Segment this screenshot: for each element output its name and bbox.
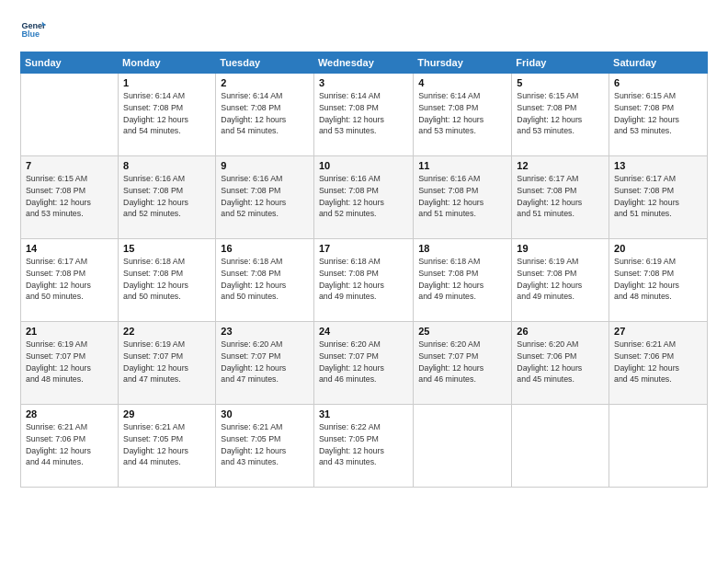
day-number: 15 [123,243,210,254]
calendar-cell [512,405,609,488]
day-info: Sunrise: 6:14 AM Sunset: 7:08 PM Dayligh… [123,90,210,137]
day-number: 17 [319,243,408,254]
calendar-cell: 22Sunrise: 6:19 AM Sunset: 7:07 PM Dayli… [119,322,216,405]
day-info: Sunrise: 6:18 AM Sunset: 7:08 PM Dayligh… [221,256,309,303]
calendar-cell: 12Sunrise: 6:17 AM Sunset: 7:08 PM Dayli… [512,156,609,239]
logo-icon: General Blue [20,17,46,42]
day-number: 28 [26,408,113,419]
calendar-week-row: 1Sunrise: 6:14 AM Sunset: 7:08 PM Daylig… [21,74,708,156]
day-number: 14 [26,243,113,254]
day-number: 3 [319,77,408,88]
day-number: 20 [614,243,702,254]
day-info: Sunrise: 6:21 AM Sunset: 7:06 PM Dayligh… [26,421,113,468]
day-info: Sunrise: 6:16 AM Sunset: 7:08 PM Dayligh… [418,173,506,220]
calendar-cell: 16Sunrise: 6:18 AM Sunset: 7:08 PM Dayli… [216,239,314,322]
day-number: 1 [123,77,210,88]
calendar-cell: 15Sunrise: 6:18 AM Sunset: 7:08 PM Dayli… [119,239,216,322]
day-number: 23 [221,326,309,337]
calendar-cell [414,405,512,488]
calendar-cell: 19Sunrise: 6:19 AM Sunset: 7:08 PM Dayli… [512,239,609,322]
calendar-cell: 8Sunrise: 6:16 AM Sunset: 7:08 PM Daylig… [119,156,216,239]
day-info: Sunrise: 6:14 AM Sunset: 7:08 PM Dayligh… [221,90,309,137]
calendar-cell: 13Sunrise: 6:17 AM Sunset: 7:08 PM Dayli… [609,156,708,239]
day-number: 27 [614,326,702,337]
calendar-cell: 10Sunrise: 6:16 AM Sunset: 7:08 PM Dayli… [313,156,413,239]
calendar-cell: 14Sunrise: 6:17 AM Sunset: 7:08 PM Dayli… [21,239,119,322]
day-info: Sunrise: 6:20 AM Sunset: 7:06 PM Dayligh… [517,339,604,385]
calendar-cell: 4Sunrise: 6:14 AM Sunset: 7:08 PM Daylig… [414,74,512,156]
day-number: 29 [123,408,210,419]
day-number: 11 [418,160,506,171]
calendar-cell: 3Sunrise: 6:14 AM Sunset: 7:08 PM Daylig… [313,74,413,156]
day-info: Sunrise: 6:19 AM Sunset: 7:08 PM Dayligh… [517,256,604,303]
day-number: 7 [26,160,113,171]
day-number: 19 [517,243,604,254]
calendar-table: SundayMondayTuesdayWednesdayThursdayFrid… [20,52,708,488]
calendar-cell: 31Sunrise: 6:22 AM Sunset: 7:05 PM Dayli… [313,405,413,488]
day-number: 2 [221,77,309,88]
day-info: Sunrise: 6:21 AM Sunset: 7:05 PM Dayligh… [123,421,210,468]
day-info: Sunrise: 6:21 AM Sunset: 7:06 PM Dayligh… [614,339,702,385]
day-info: Sunrise: 6:18 AM Sunset: 7:08 PM Dayligh… [123,256,210,303]
day-number: 26 [517,326,604,337]
calendar-cell: 24Sunrise: 6:20 AM Sunset: 7:07 PM Dayli… [313,322,413,405]
weekday-header-sunday: Sunday [21,52,119,74]
day-info: Sunrise: 6:16 AM Sunset: 7:08 PM Dayligh… [319,173,408,220]
day-info: Sunrise: 6:18 AM Sunset: 7:08 PM Dayligh… [319,256,408,303]
day-info: Sunrise: 6:21 AM Sunset: 7:05 PM Dayligh… [221,421,309,468]
day-info: Sunrise: 6:15 AM Sunset: 7:08 PM Dayligh… [614,90,702,137]
calendar-week-row: 14Sunrise: 6:17 AM Sunset: 7:08 PM Dayli… [21,239,708,322]
calendar-cell [21,74,119,156]
calendar-cell: 20Sunrise: 6:19 AM Sunset: 7:08 PM Dayli… [609,239,708,322]
calendar-cell: 23Sunrise: 6:20 AM Sunset: 7:07 PM Dayli… [216,322,314,405]
day-number: 5 [517,77,604,88]
day-number: 9 [221,160,309,171]
day-info: Sunrise: 6:14 AM Sunset: 7:08 PM Dayligh… [418,90,506,137]
weekday-header-monday: Monday [119,52,216,74]
day-info: Sunrise: 6:15 AM Sunset: 7:08 PM Dayligh… [517,90,604,137]
day-number: 25 [418,326,506,337]
day-info: Sunrise: 6:22 AM Sunset: 7:05 PM Dayligh… [319,421,408,468]
day-info: Sunrise: 6:16 AM Sunset: 7:08 PM Dayligh… [221,173,309,220]
page-header: General Blue [20,17,708,42]
day-info: Sunrise: 6:15 AM Sunset: 7:08 PM Dayligh… [26,173,113,220]
svg-text:Blue: Blue [21,29,40,39]
calendar-week-row: 7Sunrise: 6:15 AM Sunset: 7:08 PM Daylig… [21,156,708,239]
calendar-cell: 11Sunrise: 6:16 AM Sunset: 7:08 PM Dayli… [414,156,512,239]
calendar-cell: 18Sunrise: 6:18 AM Sunset: 7:08 PM Dayli… [414,239,512,322]
weekday-header-tuesday: Tuesday [216,52,314,74]
day-number: 21 [26,326,113,337]
weekday-header-friday: Friday [512,52,609,74]
day-number: 24 [319,326,408,337]
day-info: Sunrise: 6:17 AM Sunset: 7:08 PM Dayligh… [26,256,113,303]
calendar-cell: 5Sunrise: 6:15 AM Sunset: 7:08 PM Daylig… [512,74,609,156]
weekday-header-wednesday: Wednesday [313,52,413,74]
day-info: Sunrise: 6:17 AM Sunset: 7:08 PM Dayligh… [517,173,604,220]
day-info: Sunrise: 6:18 AM Sunset: 7:08 PM Dayligh… [418,256,506,303]
day-number: 12 [517,160,604,171]
calendar-week-row: 21Sunrise: 6:19 AM Sunset: 7:07 PM Dayli… [21,322,708,405]
calendar-cell: 7Sunrise: 6:15 AM Sunset: 7:08 PM Daylig… [21,156,119,239]
calendar-cell: 28Sunrise: 6:21 AM Sunset: 7:06 PM Dayli… [21,405,119,488]
day-info: Sunrise: 6:14 AM Sunset: 7:08 PM Dayligh… [319,90,408,137]
day-info: Sunrise: 6:20 AM Sunset: 7:07 PM Dayligh… [221,339,309,385]
day-number: 10 [319,160,408,171]
calendar-cell: 9Sunrise: 6:16 AM Sunset: 7:08 PM Daylig… [216,156,314,239]
day-number: 31 [319,408,408,419]
weekday-header-saturday: Saturday [609,52,708,74]
day-number: 22 [123,326,210,337]
day-info: Sunrise: 6:20 AM Sunset: 7:07 PM Dayligh… [418,339,506,385]
day-number: 18 [418,243,506,254]
day-info: Sunrise: 6:19 AM Sunset: 7:07 PM Dayligh… [26,339,113,385]
logo: General Blue [20,17,50,42]
calendar-header-row: SundayMondayTuesdayWednesdayThursdayFrid… [21,52,708,74]
day-number: 8 [123,160,210,171]
calendar-cell: 2Sunrise: 6:14 AM Sunset: 7:08 PM Daylig… [216,74,314,156]
day-number: 13 [614,160,702,171]
calendar-cell: 1Sunrise: 6:14 AM Sunset: 7:08 PM Daylig… [119,74,216,156]
calendar-cell: 27Sunrise: 6:21 AM Sunset: 7:06 PM Dayli… [609,322,708,405]
calendar-cell: 17Sunrise: 6:18 AM Sunset: 7:08 PM Dayli… [313,239,413,322]
calendar-cell: 25Sunrise: 6:20 AM Sunset: 7:07 PM Dayli… [414,322,512,405]
calendar-week-row: 28Sunrise: 6:21 AM Sunset: 7:06 PM Dayli… [21,405,708,488]
day-number: 6 [614,77,702,88]
